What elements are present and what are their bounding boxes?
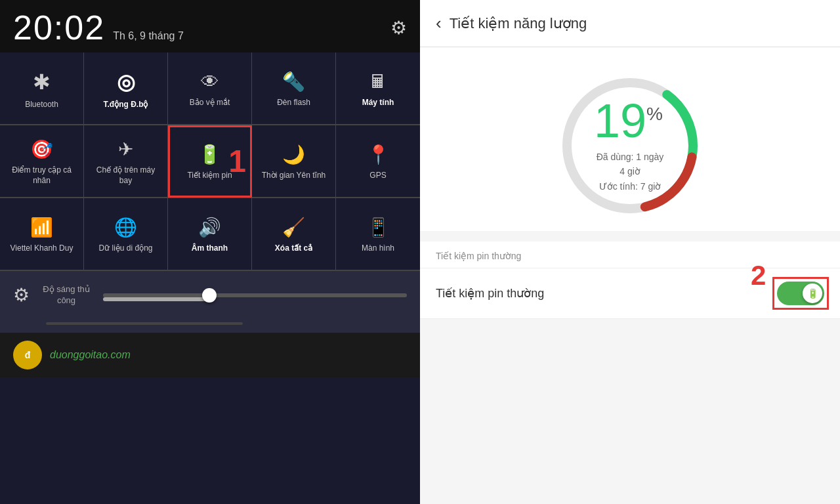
date-display: Th 6, 9 tháng 7 <box>113 30 184 42</box>
used-label: Đã dùng: 1 ngày 4 giờ <box>594 150 666 179</box>
quick-settings-row3: 📶 Viettel Khanh Duy 🌐 Dữ liệu di động 🔊 … <box>0 198 420 271</box>
bluetooth-label: Bluetooth <box>25 100 58 110</box>
slider2-track[interactable] <box>46 322 243 325</box>
brightness-label: Độ sáng thủ công <box>40 284 93 306</box>
sound-icon: 🔊 <box>198 217 221 238</box>
airplane-icon: ✈ <box>118 138 133 160</box>
step2-number: 2 <box>751 262 766 289</box>
page-title: Tiết kiệm năng lượng <box>450 15 587 32</box>
battery-saver-label: Tiết kiệm pin <box>187 171 232 181</box>
toggle-wrapper: 2 🔋 <box>777 282 824 305</box>
hotspot-label: Điểm truy cập cá nhân <box>5 165 78 186</box>
settings-section: Tiết kiệm pin thường Tiết kiệm pin thườn… <box>420 242 840 319</box>
estimate-label: Ước tính: 7 giờ <box>594 179 666 194</box>
settings-icon[interactable]: ⚙ <box>390 17 407 39</box>
toggle-knob: 🔋 <box>803 284 822 303</box>
brightness-icon: ⚙ <box>13 284 30 306</box>
slider-thumb[interactable] <box>202 288 217 303</box>
qs-sound[interactable]: 🔊 Âm thanh <box>168 198 252 270</box>
bluetooth-icon: ✱ <box>33 70 51 94</box>
screen-icon: 📱 <box>367 217 390 238</box>
mobile-data-icon: 🌐 <box>114 217 137 238</box>
battery-used-info: Đã dùng: 1 ngày 4 giờ Ước tính: 7 giờ <box>594 150 666 194</box>
battery-saver-toggle[interactable]: 🔋 <box>777 282 824 305</box>
qs-flashlight[interactable]: 🔦 Đèn flash <box>252 52 336 125</box>
qs-battery-saver[interactable]: 🔋 Tiết kiệm pin 1 <box>168 125 252 198</box>
qs-clear-all[interactable]: 🧹 Xóa tất cả <box>252 198 336 270</box>
gps-label: GPS <box>369 171 386 181</box>
section-label: Tiết kiệm pin thường <box>420 242 840 268</box>
clear-all-icon: 🧹 <box>282 217 305 238</box>
auto-sync-label: T.động Đ.bộ <box>104 100 148 110</box>
wifi-icon: 📶 <box>30 217 53 238</box>
clock-display: 20:02 <box>13 8 105 47</box>
qs-bluetooth[interactable]: ✱ Bluetooth <box>0 52 84 125</box>
eye-protect-icon: 👁 <box>201 71 219 93</box>
slider-fill <box>103 297 209 301</box>
battery-saver-row[interactable]: Tiết kiệm pin thường 2 🔋 <box>420 268 840 319</box>
qs-wifi[interactable]: 📶 Viettel Khanh Duy <box>0 198 84 270</box>
mobile-data-label: Dữ liệu di động <box>98 243 152 254</box>
qs-airplane[interactable]: ✈ Chế độ trên máy bay <box>84 125 168 198</box>
quiet-time-label: Thời gian Yên tĩnh <box>262 171 326 181</box>
hotspot-icon: 🎯 <box>30 138 53 160</box>
calculator-icon: 🖩 <box>369 71 387 93</box>
wifi-label: Viettel Khanh Duy <box>10 243 74 254</box>
bottom-bar: đ duonggoitao.com <box>0 333 420 377</box>
sound-label: Âm thanh <box>192 243 228 254</box>
svg-text:đ: đ <box>25 350 31 360</box>
qs-hotspot[interactable]: 🎯 Điểm truy cập cá nhân <box>0 125 84 198</box>
calculator-label: Máy tính <box>362 98 394 108</box>
time-block: 20:02 Th 6, 9 tháng 7 <box>13 8 184 47</box>
percent-sign: % <box>646 105 663 123</box>
screen-label: Màn hình <box>362 243 394 254</box>
battery-circle-section: 19% Đã dùng: 1 ngày 4 giờ Ước tính: 7 gi… <box>420 47 840 231</box>
qs-gps[interactable]: 📍 GPS <box>336 125 420 198</box>
qs-auto-sync[interactable]: ◎ T.động Đ.bộ <box>84 52 168 125</box>
bottom-text: duonggoitao.com <box>50 349 131 361</box>
battery-saver-row-label: Tiết kiệm pin thường <box>436 286 544 301</box>
airplane-label: Chế độ trên máy bay <box>89 165 162 186</box>
left-panel: 20:02 Th 6, 9 tháng 7 ⚙ ✱ Bluetooth ◎ T.… <box>0 0 420 504</box>
status-bar: 20:02 Th 6, 9 tháng 7 ⚙ <box>0 0 420 52</box>
qs-calculator[interactable]: 🖩 Máy tính <box>336 52 420 125</box>
qs-screen[interactable]: 📱 Màn hình <box>336 198 420 270</box>
quick-settings-row2: 🎯 Điểm truy cập cá nhân ✈ Chế độ trên má… <box>0 125 420 198</box>
slider2-row <box>0 320 420 333</box>
right-panel: ‹ Tiết kiệm năng lượng 19% Đã dùng: 1 ng… <box>420 0 840 504</box>
battery-saver-icon: 🔋 <box>198 144 221 165</box>
brightness-row: ⚙ Độ sáng thủ công <box>0 271 420 320</box>
battery-percent-display: 19% <box>594 97 666 144</box>
right-header: ‹ Tiết kiệm năng lượng <box>420 0 840 47</box>
flashlight-label: Đèn flash <box>277 98 310 108</box>
step1-number: 1 <box>228 146 246 177</box>
clear-all-label: Xóa tất cả <box>275 243 312 254</box>
quick-settings-row1: ✱ Bluetooth ◎ T.động Đ.bộ 👁 Bảo vệ mắt 🔦… <box>0 52 420 125</box>
qs-quiet-time[interactable]: 🌙 Thời gian Yên tĩnh <box>252 125 336 198</box>
back-button[interactable]: ‹ <box>436 13 442 33</box>
quiet-time-icon: 🌙 <box>282 144 305 165</box>
battery-number: 19 <box>594 97 646 144</box>
slider-track <box>103 293 407 297</box>
battery-circle-wrapper: 19% Đã dùng: 1 ngày 4 giờ Ước tính: 7 gi… <box>558 74 702 218</box>
circle-center-content: 19% Đã dùng: 1 ngày 4 giờ Ước tính: 7 gi… <box>594 97 666 194</box>
flashlight-icon: 🔦 <box>282 71 305 93</box>
gps-icon: 📍 <box>367 144 390 165</box>
qs-eye-protect[interactable]: 👁 Bảo vệ mắt <box>168 52 252 125</box>
eye-protect-label: Bảo vệ mắt <box>190 98 230 108</box>
logo-circle: đ <box>13 341 42 369</box>
toggle-knob-icon: 🔋 <box>807 288 818 299</box>
brightness-slider[interactable] <box>103 293 407 297</box>
qs-mobile-data[interactable]: 🌐 Dữ liệu di động <box>84 198 168 270</box>
auto-sync-icon: ◎ <box>117 70 135 94</box>
